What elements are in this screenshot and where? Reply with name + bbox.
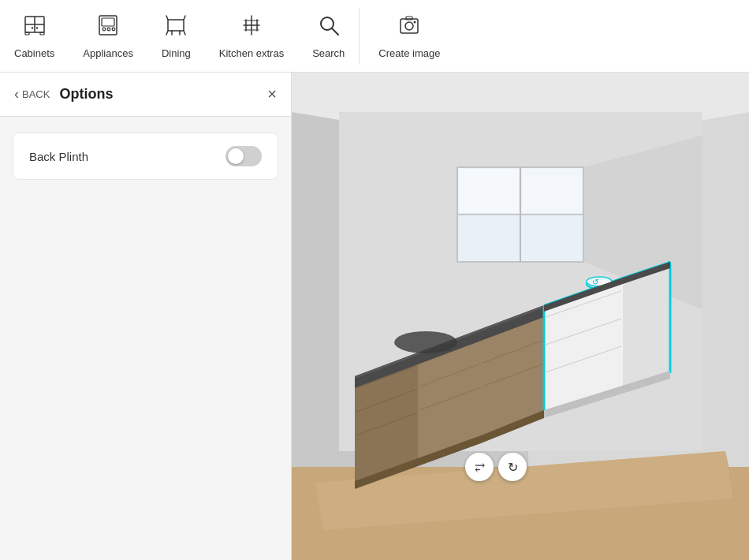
svg-point-11	[112, 28, 115, 31]
svg-marker-62	[623, 266, 670, 388]
cabinets-icon	[23, 13, 47, 43]
create-image-label: Create image	[378, 47, 440, 59]
dining-icon	[164, 13, 188, 43]
viewport-controls: ⥂ ↻	[465, 453, 527, 481]
svg-point-60	[394, 331, 457, 353]
appliances-label: Appliances	[83, 47, 133, 59]
svg-point-30	[414, 21, 416, 23]
svg-line-18	[184, 16, 185, 20]
svg-rect-12	[168, 20, 184, 31]
toggle-track	[225, 146, 262, 166]
search-icon	[317, 13, 341, 43]
toolbar-nav-items: Cabinets Appliances	[0, 0, 359, 72]
svg-line-17	[166, 16, 168, 20]
svg-point-10	[107, 28, 110, 31]
sidebar-title: Options	[59, 86, 261, 103]
cabinets-label: Cabinets	[14, 47, 54, 59]
svg-line-13	[166, 31, 168, 35]
viewport: ↺ ⥂ ↻	[292, 73, 749, 560]
toolbar-item-create-image[interactable]: Create image	[360, 0, 459, 72]
expand-icon: ⥂	[475, 460, 485, 475]
reset-button[interactable]: ↻	[498, 453, 527, 481]
create-image-icon	[397, 13, 421, 43]
back-plinth-toggle[interactable]	[225, 146, 262, 166]
main-layout: ‹ BACK Options × Back Plinth	[0, 73, 749, 560]
close-button[interactable]: ×	[267, 85, 277, 103]
svg-line-26	[332, 28, 338, 35]
svg-rect-4	[40, 32, 44, 35]
svg-point-9	[102, 28, 106, 31]
svg-rect-41	[459, 169, 519, 213]
sidebar-content: Back Plinth	[0, 117, 291, 196]
svg-text:↺: ↺	[592, 278, 598, 286]
sidebar: ‹ BACK Options × Back Plinth	[0, 73, 292, 560]
kitchen-scene: ↺	[292, 73, 749, 560]
toolbar-item-dining[interactable]: Dining	[147, 6, 205, 67]
appliances-icon	[96, 13, 120, 43]
expand-button[interactable]: ⥂	[465, 453, 494, 481]
toolbar-item-search[interactable]: Search	[298, 6, 359, 67]
svg-rect-8	[102, 18, 114, 26]
toolbar: Cabinets Appliances	[0, 0, 749, 73]
dining-label: Dining	[162, 47, 191, 59]
search-label: Search	[312, 47, 345, 59]
back-label: BACK	[22, 88, 50, 100]
svg-point-6	[35, 27, 37, 28]
sidebar-header: ‹ BACK Options ×	[0, 73, 291, 117]
toolbar-item-kitchen-extras[interactable]: Kitchen extras	[205, 6, 298, 67]
option-card-back-plinth: Back Plinth	[13, 133, 278, 180]
toolbar-item-cabinets[interactable]: Cabinets	[0, 6, 69, 67]
svg-rect-3	[25, 32, 29, 35]
svg-point-5	[31, 27, 32, 28]
back-plinth-label: Back Plinth	[29, 150, 88, 163]
svg-point-28	[405, 22, 413, 30]
svg-line-14	[184, 31, 185, 35]
svg-rect-42	[522, 169, 582, 213]
kitchen-extras-label: Kitchen extras	[219, 47, 284, 59]
back-arrow-icon: ‹	[14, 86, 19, 103]
toggle-thumb	[228, 148, 244, 164]
kitchen-extras-icon	[240, 13, 263, 43]
reset-icon: ↻	[508, 460, 518, 475]
toolbar-item-appliances[interactable]: Appliances	[69, 6, 147, 67]
back-button[interactable]: ‹ BACK	[14, 86, 50, 103]
